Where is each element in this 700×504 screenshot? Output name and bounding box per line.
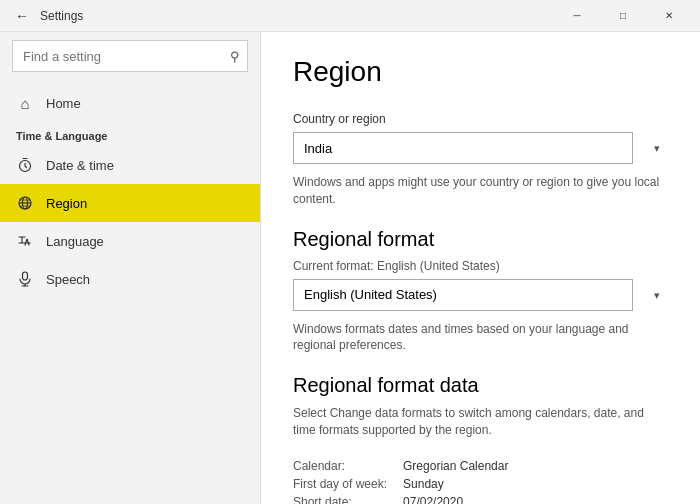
maximize-icon: □ [620,10,626,21]
sidebar-section-title: Time & Language [0,122,260,146]
maximize-button[interactable]: □ [600,0,646,32]
sidebar: ⚲ ⌂ Home Time & Language Date & time [0,32,260,504]
country-chevron-icon: ▾ [654,142,660,155]
first-day-key: First day of week: [293,477,387,491]
calendar-key: Calendar: [293,459,387,473]
speech-icon [16,270,34,288]
format-dropdown-container: English (United States) ▾ [293,279,668,311]
country-label: Country or region [293,112,668,126]
first-day-value: Sunday [403,477,668,491]
sidebar-item-datetime[interactable]: Date & time [0,146,260,184]
sidebar-item-datetime-label: Date & time [46,158,114,173]
format-helper-text: Windows formats dates and times based on… [293,321,668,355]
titlebar-title: Settings [40,9,554,23]
minimize-icon: ─ [573,10,580,21]
back-icon: ← [15,8,29,24]
country-helper-text: Windows and apps might use your country … [293,174,668,208]
sidebar-item-speech[interactable]: Speech [0,260,260,298]
short-date-value: 07/02/2020 [403,495,668,504]
sidebar-item-language[interactable]: Language [0,222,260,260]
country-dropdown[interactable]: India [293,132,633,164]
back-button[interactable]: ← [8,2,36,30]
content-area: Region Country or region India ▾ Windows… [260,32,700,504]
format-dropdown[interactable]: English (United States) [293,279,633,311]
datetime-icon [16,156,34,174]
language-icon [16,232,34,250]
calendar-value: Gregorian Calendar [403,459,668,473]
region-icon [16,194,34,212]
titlebar: ← Settings ─ □ ✕ [0,0,700,32]
titlebar-controls: ─ □ ✕ [554,0,692,32]
home-icon: ⌂ [16,94,34,112]
current-format-label: Current format: English (United States) [293,259,668,273]
search-container: ⚲ [12,40,248,72]
app-layout: ⚲ ⌂ Home Time & Language Date & time [0,32,700,504]
close-button[interactable]: ✕ [646,0,692,32]
search-input[interactable] [12,40,248,72]
short-date-key: Short date: [293,495,387,504]
page-title: Region [293,56,668,88]
sidebar-item-speech-label: Speech [46,272,90,287]
close-icon: ✕ [665,10,673,21]
format-data-grid: Calendar: Gregorian Calendar First day o… [293,459,668,504]
format-data-heading: Regional format data [293,374,668,397]
sidebar-item-home[interactable]: ⌂ Home [0,84,260,122]
search-icon: ⚲ [230,49,240,64]
sidebar-item-language-label: Language [46,234,104,249]
format-data-description: Select Change data formats to switch amo… [293,405,668,439]
format-chevron-icon: ▾ [654,288,660,301]
minimize-button[interactable]: ─ [554,0,600,32]
sidebar-item-home-label: Home [46,96,81,111]
svg-rect-3 [23,272,28,280]
sidebar-item-region[interactable]: Region [0,184,260,222]
regional-format-heading: Regional format [293,228,668,251]
sidebar-item-region-label: Region [46,196,87,211]
country-dropdown-container: India ▾ [293,132,668,164]
